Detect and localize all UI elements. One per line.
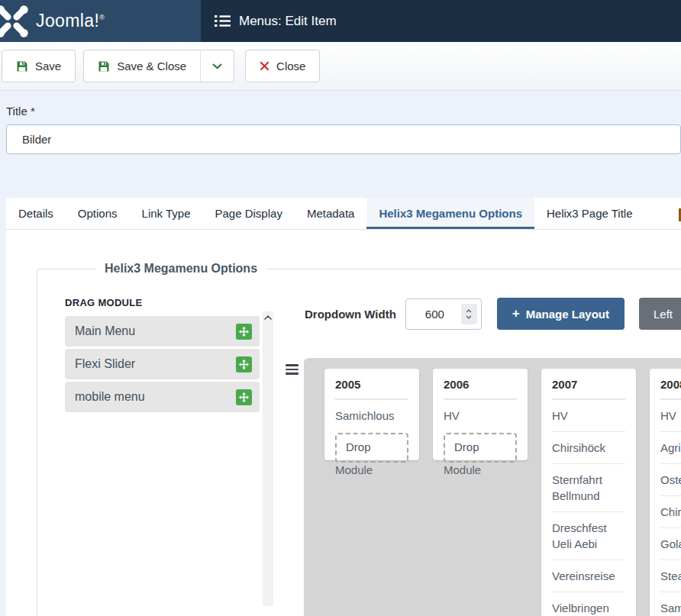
toolbar: Save Save & Close Close: [0, 42, 681, 91]
tab-metadata[interactable]: Metadata: [295, 198, 367, 229]
spinner-up-icon[interactable]: [466, 309, 472, 313]
menu-column-2006: 2006 HV Drop Module: [433, 369, 528, 460]
drop-module-zone-overflow-text: Module: [335, 463, 373, 476]
column-title: 2005: [335, 378, 408, 399]
module-chip-mobile-menu[interactable]: mobile menu: [65, 382, 260, 412]
chevron-down-icon: [212, 63, 222, 69]
menu-item[interactable]: Agrim: [660, 431, 681, 463]
module-chip-label: Main Menu: [75, 324, 236, 338]
menu-item[interactable]: Samichlous: [335, 399, 408, 431]
tab-link-type[interactable]: Link Type: [130, 198, 203, 229]
brand-text: Joomla!®: [36, 11, 105, 31]
menu-item[interactable]: Chirsihöck: [552, 431, 625, 463]
megamenu-pane: Helix3 Megamenu Options DRAG MODULE Main…: [6, 230, 681, 616]
manage-layout-label: Manage Layout: [526, 308, 609, 321]
spinner-down-icon[interactable]: [466, 315, 472, 319]
tab-page-display[interactable]: Page Display: [203, 198, 295, 229]
save-options-dropdown-button[interactable]: [200, 50, 234, 82]
megamenu-canvas: 2005 Samichlous Drop Module 2006 HV Drop…: [304, 358, 681, 616]
module-chip-flexi-slider[interactable]: Flexi Slider: [65, 349, 260, 379]
tab-helix3-page-title[interactable]: Helix3 Page Title: [534, 198, 645, 229]
close-icon: [260, 61, 269, 71]
manage-layout-button[interactable]: + Manage Layout: [497, 298, 625, 330]
save-close-group: Save & Close: [83, 50, 234, 82]
menu-column-2008: 2008 HV Agrim Oster Chirs Golat Steam Sa…: [650, 369, 681, 616]
arrows-move-icon: [239, 327, 249, 337]
menu-item[interactable]: HV: [552, 399, 625, 431]
megamenu-builder: Dropdown Width + Manage Layout: [273, 297, 681, 616]
menu-item[interactable]: Vielbringen: [552, 592, 625, 616]
tab-helix3-megamenu-options[interactable]: Helix3 Megamenu Options: [366, 198, 534, 229]
module-list-scrollbar[interactable]: [263, 311, 273, 606]
module-chip-label: mobile menu: [75, 390, 236, 404]
page-title: Menus: Edit Item: [239, 14, 337, 29]
page-heading: Menus: Edit Item: [201, 0, 681, 42]
dropdown-width-label: Dropdown Width: [305, 308, 396, 321]
joomla-brand[interactable]: Joomla!®: [0, 0, 201, 42]
move-module-button[interactable]: [236, 389, 252, 405]
drag-module-heading: DRAG MODULE: [65, 297, 273, 308]
app-header: Joomla!® Menus: Edit Item: [0, 0, 681, 42]
plus-icon: +: [512, 306, 520, 321]
close-label: Close: [276, 60, 305, 73]
save-label: Save: [35, 60, 61, 73]
drop-module-zone-overflow-text: Module: [444, 463, 481, 476]
dropdown-width-field: [405, 298, 482, 330]
close-button[interactable]: Close: [245, 50, 320, 82]
megamenu-fieldset: Helix3 Megamenu Options DRAG MODULE Main…: [37, 262, 681, 616]
tab-options[interactable]: Options: [66, 198, 130, 229]
move-module-button[interactable]: [236, 324, 252, 340]
row-drag-handle-icon[interactable]: [286, 364, 299, 616]
megamenu-legend: Helix3 Megamenu Options: [95, 262, 266, 276]
save-icon: [16, 60, 28, 73]
number-spinner[interactable]: [461, 304, 477, 324]
arrows-move-icon: [239, 360, 249, 369]
brand-trademark: ®: [99, 14, 105, 21]
move-module-button[interactable]: [236, 356, 252, 373]
save-and-close-button[interactable]: Save & Close: [83, 50, 201, 82]
menu-item[interactable]: HV: [444, 399, 517, 431]
builder-controls: Dropdown Width + Manage Layout: [305, 297, 681, 331]
menu-item[interactable]: Dreschfest Ueli Aebi: [552, 511, 625, 560]
arrows-move-icon: [239, 392, 249, 402]
menu-item[interactable]: Vereinsreise: [552, 560, 625, 592]
column-title: 2007: [552, 378, 625, 399]
edit-item-card: Details Options Link Type Page Display M…: [6, 198, 681, 616]
save-icon: [98, 60, 110, 73]
alignment-left-button[interactable]: Left: [639, 298, 681, 330]
tab-details[interactable]: Details: [6, 198, 66, 229]
save-and-close-label: Save & Close: [117, 60, 186, 73]
column-title: 2008: [660, 378, 681, 399]
drag-module-panel: DRAG MODULE Main Menu Flexi Slider: [65, 297, 273, 616]
list-icon: [215, 15, 231, 27]
menu-column-2005: 2005 Samichlous Drop Module: [324, 369, 419, 460]
module-chip-main-menu[interactable]: Main Menu: [65, 316, 260, 347]
menu-item[interactable]: Oster: [660, 463, 681, 495]
title-input[interactable]: [6, 124, 681, 154]
drop-module-zone[interactable]: Drop: [335, 433, 408, 463]
save-button[interactable]: Save: [2, 50, 76, 82]
menu-item[interactable]: Chirs: [660, 495, 681, 527]
megamenu-row: 2005 Samichlous Drop Module 2006 HV Drop…: [286, 358, 681, 616]
title-field-label: Title *: [6, 105, 681, 118]
column-title: 2006: [444, 378, 517, 399]
menu-column-2007: 2007 HV Chirsihöck Sternfahrt Bellmund D…: [541, 369, 636, 616]
menu-item[interactable]: Steam: [660, 560, 681, 592]
menu-item[interactable]: Golat: [660, 527, 681, 560]
drop-module-zone[interactable]: Drop: [444, 433, 517, 463]
scroll-up-icon[interactable]: [264, 315, 272, 320]
joomla-logo-icon: [0, 4, 30, 39]
menu-item[interactable]: HV: [660, 399, 681, 431]
module-chip-label: Flexi Slider: [75, 357, 236, 371]
menu-item[interactable]: Sami: [660, 592, 681, 616]
tab-bar: Details Options Link Type Page Display M…: [6, 198, 681, 230]
menu-item[interactable]: Sternfahrt Bellmund: [552, 463, 625, 511]
